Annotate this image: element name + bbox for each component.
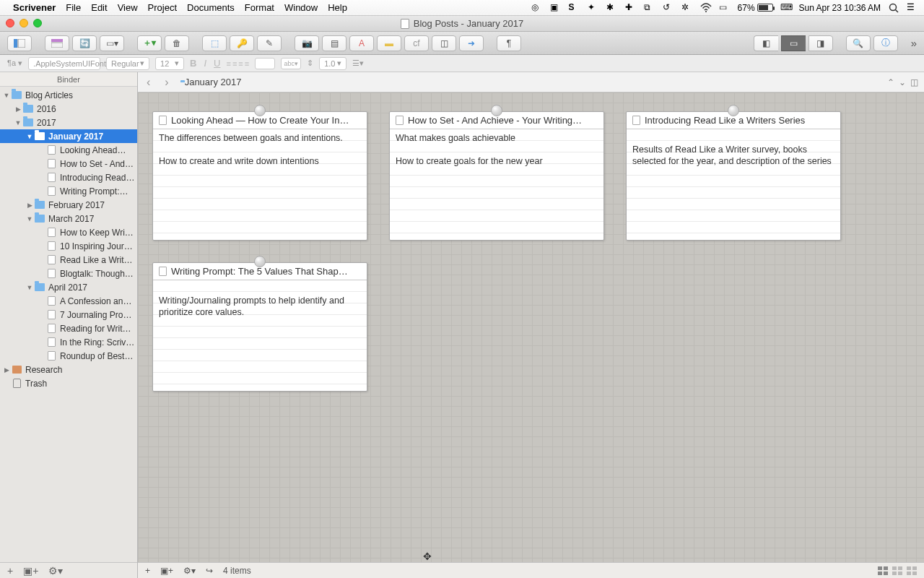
font-select[interactable]: .AppleSystemUIFont▾ [28,57,100,70]
disclosure-icon[interactable]: ▼ [26,133,33,140]
tree-row[interactable]: A Confession an… [0,294,137,308]
breadcrumb[interactable]: January 2017 [180,77,242,87]
menubar-clock[interactable]: Sun Apr 23 10:36 AM [799,3,881,13]
tree-row[interactable]: How to Keep Wri… [0,225,137,239]
menu-file[interactable]: File [66,2,81,13]
trash-button[interactable]: 🗑 [165,35,189,51]
footnote-button[interactable]: cf [404,35,429,51]
font-size-select[interactable]: 12▾ [155,57,184,70]
app1-icon[interactable]: ▣ [550,2,562,14]
disclosure-icon[interactable]: ▶ [3,366,10,374]
app2-icon[interactable]: S [569,2,580,14]
window-close[interactable] [6,19,14,27]
menu-edit[interactable]: Edit [91,2,107,13]
app3-icon[interactable]: ✦ [588,2,599,14]
bluetooth-icon[interactable]: ✲ [681,2,693,14]
cc-icon[interactable]: ◎ [531,2,543,14]
battery-status[interactable]: 67% [738,3,773,13]
binder-actions-button[interactable]: ⚙▾ [48,565,63,577]
tree-row[interactable]: 10 Inspiring Jour… [0,239,137,253]
tree-row[interactable]: Writing Prompt:… [0,184,137,198]
nav-forward-button[interactable]: › [162,76,171,89]
comment-button[interactable]: ▬ [377,35,401,51]
tree-row[interactable]: 7 Journaling Pro… [0,308,137,322]
footer-add-folder-button[interactable]: ▣+ [160,566,173,576]
display-icon[interactable]: ▭ [719,2,731,14]
snapshot-button[interactable]: 📷 [295,35,319,51]
binder-toggle-button[interactable] [7,35,32,51]
corkboard-grid-icon[interactable] [878,566,888,575]
index-card[interactable]: Writing Prompt: The 5 Values That Shap…W… [152,262,367,392]
text-color-button[interactable] [255,58,275,69]
menu-window[interactable]: Window [284,2,318,13]
tree-row[interactable]: Looking Ahead… [0,143,137,157]
tree-row[interactable]: Trash [0,376,137,390]
label-a-button[interactable]: A [349,35,374,51]
menu-help[interactable]: Help [328,2,347,13]
binder-add-folder-button[interactable]: ▣+ [23,565,38,577]
card-synopsis[interactable]: The differences between goals and intent… [153,129,367,240]
tree-row[interactable]: Read Like a Writ… [0,253,137,267]
disclosure-icon[interactable]: ▼ [26,284,33,291]
outline-button[interactable]: ▤ [322,35,346,51]
index-card[interactable]: Introducing Read Like a Writers SeriesRe… [626,111,841,241]
nav-back-button[interactable]: ‹ [144,76,153,89]
disclosure-icon[interactable]: ▼ [14,119,22,126]
font-style-select[interactable]: Regular▾ [106,57,149,70]
collections-button[interactable] [45,35,69,51]
index-card[interactable]: Looking Ahead — How to Create Your In…Th… [152,111,367,241]
align-left-button[interactable]: ≡ [227,59,231,68]
tree-row[interactable]: Introducing Read… [0,171,137,184]
menu-format[interactable]: Format [245,2,274,13]
corkboard-freeform-icon[interactable] [892,566,902,575]
footer-share-button[interactable]: ↪ [206,566,213,576]
paragraph-style-icon[interactable]: ¶a ▾ [7,59,22,68]
layout-right-button[interactable]: ◨ [808,35,833,51]
underline-button[interactable]: U [214,58,220,69]
split-button[interactable]: ◫ [432,35,456,51]
search-toggle-button[interactable]: 🔄 [72,35,97,51]
line-spacing-icon[interactable]: ⇕ [307,59,313,68]
disclosure-icon[interactable]: ▼ [26,215,33,223]
toolbar-overflow-icon[interactable]: » [911,37,917,49]
card-synopsis[interactable]: Results of Read Like a Writer survey, bo… [627,129,840,240]
app4-icon[interactable]: ⧉ [644,2,655,14]
format-button[interactable]: ¶ [497,35,521,51]
tree-row[interactable]: How to Set - And… [0,157,137,171]
view-mode-button[interactable]: ▭▾ [100,35,124,51]
list-button[interactable]: ☰▾ [352,59,364,68]
evernote-icon[interactable]: ✱ [606,2,618,14]
tree-row[interactable]: ▼April 2017 [0,280,137,294]
layout-left-button[interactable]: ◧ [754,35,778,51]
nav-up-button[interactable]: ⌃ [887,77,894,87]
tree-row[interactable]: ▼2017 [0,116,137,129]
corkboard-options-icon[interactable] [907,566,917,575]
tree-row[interactable]: ▶Research [0,363,137,376]
compile-button[interactable]: ➜ [459,35,484,51]
nav-down-button[interactable]: ⌄ [899,77,906,87]
window-zoom[interactable] [33,19,42,27]
binder-add-button[interactable]: + [7,565,13,577]
spotlight-icon[interactable] [888,2,899,14]
quick-search-button[interactable]: 🔍 [846,35,871,51]
window-minimize[interactable] [19,19,28,27]
align-center-button[interactable]: ≡ [232,59,237,68]
line-spacing-select[interactable]: 1.0▾ [319,57,346,70]
tree-row[interactable]: Blogtalk: Though… [0,267,137,280]
bold-button[interactable]: B [190,58,196,69]
tree-row[interactable]: ▼January 2017 [0,129,137,143]
binder-tree[interactable]: ▼Blog Articles▶2016▼2017▼January 2017Loo… [0,87,137,562]
highlight-button[interactable]: abc▾ [281,58,301,69]
layout-center-button[interactable]: ▭ [781,35,806,51]
menu-documents[interactable]: Documents [187,2,235,13]
nav-split-button[interactable]: ◫ [910,77,918,87]
align-right-button[interactable]: ≡ [238,59,243,68]
group1-a-button[interactable]: ⬚ [202,35,227,51]
tree-row[interactable]: In the Ring: Scriv… [0,335,137,349]
keywords-button[interactable]: 🔑 [230,35,254,51]
tree-row[interactable]: ▼March 2017 [0,212,137,225]
tree-row[interactable]: ▼Blog Articles [0,88,137,102]
tree-row[interactable]: Roundup of Best… [0,349,137,363]
menu-view[interactable]: View [118,2,138,13]
index-card[interactable]: How to Set - And Achieve - Your Writing…… [389,111,604,241]
